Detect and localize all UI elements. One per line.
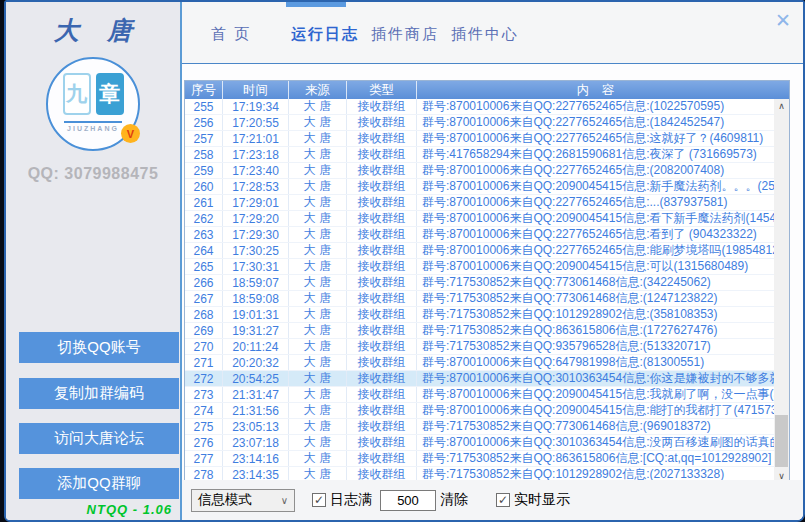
cell-content: 群号:717530852来自QQ:935796528信息:(513320717): [417, 339, 774, 354]
cell-no: 258: [185, 147, 223, 162]
cell-time: 18:59:08: [223, 291, 289, 306]
cell-content: 群号:870010006来自QQ:3010363454信息:没两百移速刷图的话真…: [417, 435, 774, 450]
close-icon[interactable]: ✕: [775, 11, 791, 30]
table-row[interactable]: 27120:20:32大 唐接收群组群号:870010006来自QQ:64798…: [185, 355, 774, 371]
table-row[interactable]: 27623:07:18大 唐接收群组群号:870010006来自QQ:30103…: [185, 435, 774, 451]
cell-content: 群号:870010006来自QQ:2277652465信息:(102257059…: [417, 99, 774, 114]
active-tab-indicator: [286, 2, 346, 7]
cell-content: 群号:870010006来自QQ:2090045415信息:能打的我都打了(47…: [417, 403, 774, 418]
cell-type: 接收群组: [347, 211, 417, 226]
table-row[interactable]: 26317:29:30大 唐接收群组群号:870010006来自QQ:22776…: [185, 227, 774, 243]
cell-no: 273: [185, 387, 223, 402]
table-row[interactable]: 26517:30:31大 唐接收群组群号:870010006来自QQ:20900…: [185, 259, 774, 275]
table-row[interactable]: 26017:28:53大 唐接收群组群号:870010006来自QQ:20900…: [185, 179, 774, 195]
cell-type: 接收群组: [347, 387, 417, 402]
cell-no: 277: [185, 451, 223, 466]
cell-type: 接收群组: [347, 99, 417, 114]
cell-content: 群号:870010006来自QQ:2277652465信息:...(837937…: [417, 195, 774, 210]
table-row[interactable]: 26217:29:20大 唐接收群组群号:870010006来自QQ:20900…: [185, 211, 774, 227]
scroll-up-icon[interactable]: ∧: [774, 99, 789, 113]
table-row[interactable]: 26618:59:07大 唐接收群组群号:717530852来自QQ:77306…: [185, 275, 774, 291]
nav-tab-0[interactable]: 首 页: [211, 25, 251, 44]
cell-time: 20:54:25: [223, 371, 289, 386]
chevron-down-icon: ∨: [281, 495, 288, 506]
version-label: NTQQ - 1.06: [87, 502, 172, 517]
cell-content: 群号:870010006来自QQ:2090045415信息:看下新手魔法药剂(1…: [417, 211, 774, 226]
sidebar-button-1[interactable]: 复制加群编码: [19, 378, 179, 409]
table-row[interactable]: 27020:11:24大 唐接收群组群号:717530852来自QQ:93579…: [185, 339, 774, 355]
cell-type: 接收群组: [347, 163, 417, 178]
cell-type: 接收群组: [347, 323, 417, 338]
cell-time: 23:05:13: [223, 419, 289, 434]
nav-tab-1[interactable]: 运行日志: [291, 25, 359, 44]
table-row[interactable]: 25617:20:55大 唐接收群组群号:870010006来自QQ:22776…: [185, 115, 774, 131]
table-row[interactable]: 27421:31:56大 唐接收群组群号:870010006来自QQ:20900…: [185, 403, 774, 419]
cell-source: 大 唐: [289, 323, 347, 338]
cell-source: 大 唐: [289, 131, 347, 146]
table-body: 25517:19:34大 唐接收群组群号:870010006来自QQ:22776…: [185, 99, 774, 483]
cell-time: 17:23:18: [223, 147, 289, 162]
log-full-label: 日志满: [330, 491, 372, 509]
realtime-display-checkbox[interactable]: ✓ 实时显示: [496, 491, 570, 509]
cell-content: 群号:717530852来自QQ:863615806信息:[CQ:at,qq=1…: [417, 451, 774, 466]
cell-content: 群号:870010006来自QQ:2277652465信息:(208200740…: [417, 163, 774, 178]
log-full-checkbox[interactable]: ✓ 日志满: [312, 491, 372, 509]
table-row[interactable]: 26417:30:25大 唐接收群组群号:870010006来自QQ:22776…: [185, 243, 774, 259]
cell-content: 群号:417658294来自QQ:2681590681信息:夜深了 (73166…: [417, 147, 774, 162]
sidebar-button-0[interactable]: 切换QQ账号: [19, 332, 179, 363]
cell-content: 群号:870010006来自QQ:3010363454信息:你这是嫌被封的不够多…: [417, 371, 774, 386]
table-row[interactable]: 26819:01:31大 唐接收群组群号:717530852来自QQ:10129…: [185, 307, 774, 323]
cell-time: 17:23:40: [223, 163, 289, 178]
table-row[interactable]: 25717:21:01大 唐接收群组群号:870010006来自QQ:22776…: [185, 131, 774, 147]
cell-content: 群号:870010006来自QQ:647981998信息:(81300551): [417, 355, 774, 370]
table-row[interactable]: 27220:54:25大 唐接收群组群号:870010006来自QQ:30103…: [185, 371, 774, 387]
cell-type: 接收群组: [347, 419, 417, 434]
table-row[interactable]: 27321:31:47大 唐接收群组群号:870010006来自QQ:20900…: [185, 387, 774, 403]
cell-type: 接收群组: [347, 227, 417, 242]
column-header: 时间: [223, 81, 289, 99]
cell-no: 265: [185, 259, 223, 274]
table-row[interactable]: 26919:31:27大 唐接收群组群号:717530852来自QQ:86361…: [185, 323, 774, 339]
table-row[interactable]: 26117:29:01大 唐接收群组群号:870010006来自QQ:22776…: [185, 195, 774, 211]
table-row[interactable]: 25917:23:40大 唐接收群组群号:870010006来自QQ:22776…: [185, 163, 774, 179]
cell-source: 大 唐: [289, 387, 347, 402]
vertical-scrollbar[interactable]: ∧ ∨: [774, 99, 789, 483]
cell-time: 17:29:20: [223, 211, 289, 226]
cell-no: 259: [185, 163, 223, 178]
cell-time: 17:21:01: [223, 131, 289, 146]
column-header: 类型: [347, 81, 417, 99]
clear-button[interactable]: 清除: [440, 491, 468, 509]
cell-source: 大 唐: [289, 259, 347, 274]
table-row[interactable]: 26718:59:08大 唐接收群组群号:717530852来自QQ:77306…: [185, 291, 774, 307]
cell-no: 257: [185, 131, 223, 146]
table-row[interactable]: 27523:05:13大 唐接收群组群号:717530852来自QQ:77306…: [185, 419, 774, 435]
cell-content: 群号:717530852来自QQ:1012928902信息:(358108353…: [417, 307, 774, 322]
sidebar-button-2[interactable]: 访问大唐论坛: [19, 423, 179, 454]
cell-type: 接收群组: [347, 435, 417, 450]
log-limit-input[interactable]: [380, 490, 436, 511]
table-row[interactable]: 25817:23:18大 唐接收群组群号:417658294来自QQ:26815…: [185, 147, 774, 163]
column-header: 序号: [185, 81, 223, 99]
nav-tab-3[interactable]: 插件中心: [451, 25, 519, 44]
cell-time: 17:30:31: [223, 259, 289, 274]
scrollbar-thumb[interactable]: [775, 415, 788, 467]
checkbox-check-icon: ✓: [496, 493, 510, 507]
cell-time: 17:30:25: [223, 243, 289, 258]
cell-no: 270: [185, 339, 223, 354]
cell-type: 接收群组: [347, 131, 417, 146]
cell-time: 17:28:53: [223, 179, 289, 194]
cell-no: 268: [185, 307, 223, 322]
sidebar-button-3[interactable]: 添加QQ群聊: [19, 468, 179, 499]
message-mode-select[interactable]: 信息模式 ∨: [191, 489, 295, 512]
table-row[interactable]: 25517:19:34大 唐接收群组群号:870010006来自QQ:22776…: [185, 99, 774, 115]
realtime-display-label: 实时显示: [514, 491, 570, 509]
cell-content: 群号:870010006来自QQ:2090045415信息:新手魔法药剂。。。(…: [417, 179, 774, 194]
logo-underline: [64, 121, 122, 123]
cell-type: 接收群组: [347, 451, 417, 466]
cell-no: 263: [185, 227, 223, 242]
app-window: 大 唐 九 章 JIUZHANG V QQ: 3079988475 切换QQ账号…: [4, 0, 805, 522]
nav-tab-2[interactable]: 插件商店: [371, 25, 439, 44]
cell-no: 255: [185, 99, 223, 114]
table-row[interactable]: 27723:14:16大 唐接收群组群号:717530852来自QQ:86361…: [185, 451, 774, 467]
cell-time: 18:59:07: [223, 275, 289, 290]
